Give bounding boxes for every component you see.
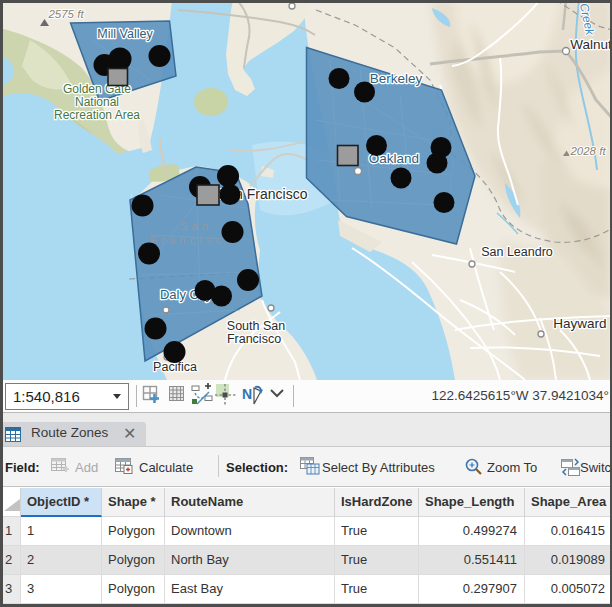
svg-text:National: National [75, 95, 119, 109]
svg-text:Recreation Area: Recreation Area [54, 108, 140, 122]
svg-text:Berkeley: Berkeley [370, 71, 423, 86]
svg-text:N: N [242, 386, 252, 402]
svg-text:Walnut: Walnut [570, 37, 612, 52]
svg-text:Francisco: Francisco [227, 332, 281, 346]
svg-text:2575 ft: 2575 ft [47, 8, 84, 20]
svg-text:San: San [180, 220, 212, 232]
svg-text:South San: South San [227, 319, 285, 333]
svg-text:2028 ft: 2028 ft [569, 145, 606, 157]
svg-text:Mill Valley: Mill Valley [97, 27, 153, 41]
svg-text:San Leandro: San Leandro [481, 245, 553, 259]
svg-text:Hayward: Hayward [553, 316, 606, 331]
